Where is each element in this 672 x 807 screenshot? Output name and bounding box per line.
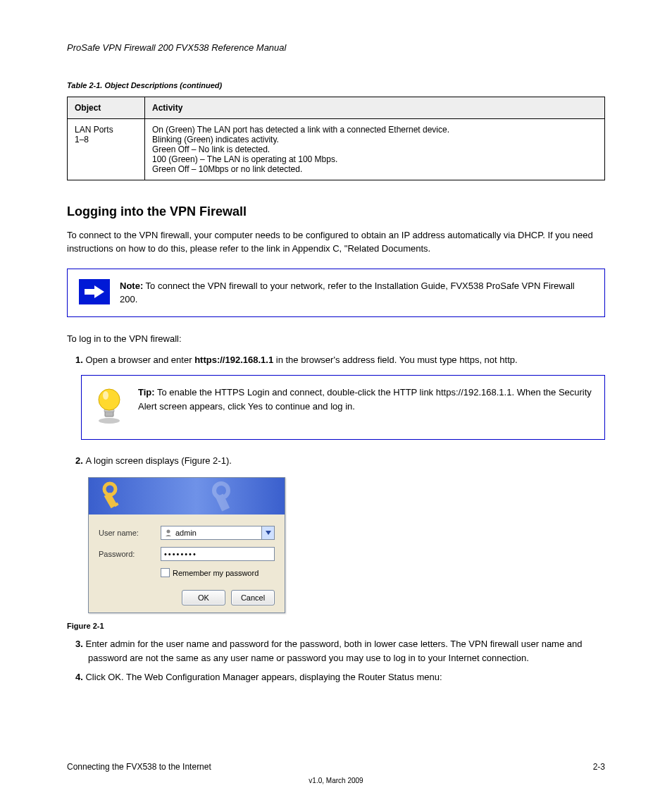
step-3: 3. Enter admin for the user name and pas… [88,637,605,665]
figure-caption: Figure 2-1 [67,622,605,630]
table-cell-activity-line: On (Green) The LAN port has detected a l… [152,125,597,135]
login-dialog: User name: admin [88,477,285,613]
step-3-text: Enter admin for the user name and passwo… [85,639,582,663]
intro-paragraph: To connect to the VPN firewall, your com… [67,229,605,256]
steps-lead: To log in to the VPN firewall: [67,333,605,346]
table-header-activity: Activity [145,97,605,119]
remember-password-label: Remember my password [173,569,259,577]
svg-point-4 [99,389,120,410]
page-footer: Connecting the FVX538 to the Internet 2-… [67,762,605,772]
user-head-icon [164,529,173,537]
section-heading: Logging into the VPN Firewall [67,204,605,219]
table-cell-activity-line: 100 (Green) – The LAN is operating at 10… [152,154,597,164]
username-value: admin [175,529,197,537]
step-1-url: https://192.168.1.1 [194,355,273,365]
step-2-text: A login screen displays (Figure 2-1). [85,455,231,466]
chevron-down-icon [266,531,271,535]
lightbulb-icon [93,386,128,429]
note-title: Note: [120,281,143,291]
username-label: User name: [99,529,161,537]
footer-version: v1.0, March 2009 [0,777,672,784]
svg-marker-0 [85,285,104,298]
ok-button[interactable]: OK [182,590,225,605]
table-cell-activity-line: Green Off – 10Mbps or no link detected. [152,164,597,174]
table-cell-activity-line: Blinking (Green) indicates activity. [152,135,597,144]
table-cell-object: LAN Ports 1–8 [75,125,113,144]
password-label: Password: [99,550,161,558]
login-dialog-header [89,478,285,515]
step-4: 4. Click OK. The Web Configuration Manag… [88,670,605,684]
table-row: LAN Ports 1–8 On (Green) The LAN port ha… [68,119,605,180]
password-value: •••••••• [164,550,197,558]
username-dropdown-button[interactable] [261,526,274,539]
table-header-object: Object [68,97,145,119]
note-text: To connect the VPN firewall to your netw… [120,281,575,305]
led-table: Object Activity LAN Ports 1–8 On (Green)… [67,97,605,180]
note-arrow-icon [79,279,110,304]
footer-left: Connecting the FVX538 to the Internet [67,762,211,772]
page-running-header: ProSafe VPN Firewall 200 FVX538 Referenc… [67,42,605,53]
footer-right: 2-3 [593,762,605,772]
header-left: ProSafe VPN Firewall 200 FVX538 Referenc… [67,42,286,53]
tip-box: Tip: To enable the HTTPS Login and conne… [81,375,605,440]
cancel-button-label: Cancel [241,593,265,602]
step-1-text-b: in the browser's address field. You must… [276,355,518,365]
tip-title: Tip: [138,387,155,398]
note-box: Note: To connect the VPN firewall to you… [67,269,605,317]
ok-button-label: OK [198,593,209,602]
svg-point-1 [99,418,120,424]
svg-point-11 [167,530,170,534]
remember-password-checkbox[interactable] [161,568,170,577]
step-4-text: Click OK. The Web Configuration Manager … [85,672,442,682]
username-field[interactable]: admin [161,526,275,540]
svg-marker-12 [266,531,271,535]
svg-point-5 [103,391,108,400]
cancel-button[interactable]: Cancel [231,590,275,605]
table-cell-activity-line: Green Off – No link is detected. [152,144,597,154]
password-field[interactable]: •••••••• [161,547,275,561]
table-continued-caption: Table 2-1. Object Descriptions (continue… [67,81,605,90]
tip-text: To enable the HTTPS Login and connect, d… [138,387,592,412]
step-1-text-a: Open a browser and enter [85,355,194,365]
step-2: 2. A login screen displays (Figure 2-1). [88,454,605,468]
step-1: 1. Open a browser and enter https://192.… [88,353,605,367]
